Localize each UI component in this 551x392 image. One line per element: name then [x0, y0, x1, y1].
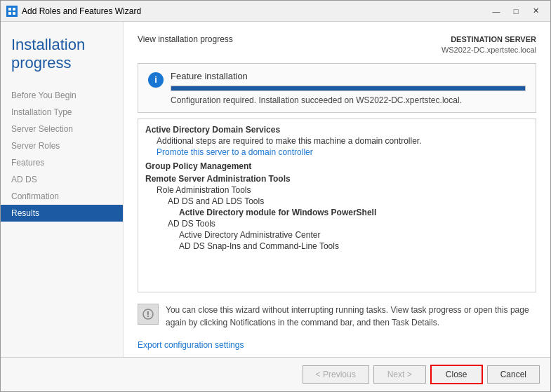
section-title: View installation progress: [138, 34, 233, 44]
result-item-1: Additional steps are required to make th…: [145, 136, 529, 146]
progress-bar-inner: [171, 86, 525, 90]
sidebar-item-results: Results: [1, 205, 123, 222]
progress-label: Feature installation: [171, 71, 526, 81]
wizard-window: Add Roles and Features Wizard — □ ✕ Inst…: [0, 0, 551, 392]
result-item-4: Remote Server Administration Tools: [145, 174, 529, 184]
svg-rect-0: [8, 8, 11, 11]
sidebar-item-confirmation: Confirmation: [1, 188, 123, 205]
result-item-3: Group Policy Management: [145, 161, 529, 171]
content-area: Installation progress Before You Begin I…: [1, 22, 550, 357]
progress-status: Configuration required. Installation suc…: [171, 95, 526, 105]
notice-text: You can close this wizard without interr…: [166, 304, 536, 329]
result-item-10: AD DS Snap-Ins and Command-Line Tools: [145, 241, 529, 251]
sidebar-item-ad-ds: AD DS: [1, 171, 123, 188]
sidebar-item-installation-type: Installation Type: [1, 104, 123, 121]
dest-server-label: DESTINATION SERVER: [442, 34, 536, 45]
dest-server-name: WS2022-DC.xpertstec.local: [442, 46, 536, 54]
sidebar: Installation progress Before You Begin I…: [1, 22, 124, 357]
result-item-6: AD DS and AD LDS Tools: [145, 196, 529, 206]
svg-text:!: !: [147, 311, 149, 318]
progress-content: Feature installation Configuration requi…: [171, 71, 526, 105]
progress-box: i Feature installation Configuration req…: [138, 63, 536, 113]
notice-icon: !: [138, 304, 159, 325]
window-controls: — □ ✕: [487, 4, 545, 18]
cancel-button[interactable]: Cancel: [487, 365, 540, 384]
sidebar-item-server-selection: Server Selection: [1, 121, 123, 137]
result-item-8: AD DS Tools: [145, 219, 529, 229]
promote-link[interactable]: Promote this server to a domain controll…: [157, 147, 313, 157]
footer: < Previous Next > Close Cancel: [1, 357, 550, 391]
svg-rect-2: [8, 12, 11, 15]
dest-server-info: DESTINATION SERVER WS2022-DC.xpertstec.l…: [442, 34, 536, 56]
main-content: View installation progress DESTINATION S…: [124, 22, 550, 357]
sidebar-item-before-you-begin: Before You Begin: [1, 87, 123, 104]
window-icon: [6, 6, 18, 17]
result-item-2: Promote this server to a domain controll…: [145, 147, 529, 157]
result-item-7: Active Directory module for Windows Powe…: [145, 208, 529, 217]
result-item-9: Active Directory Administrative Center: [145, 230, 529, 240]
maximize-button[interactable]: □: [507, 4, 525, 18]
result-item-5: Role Administration Tools: [145, 185, 529, 195]
window-title: Add Roles and Features Wizard: [22, 6, 487, 16]
sidebar-item-server-roles: Server Roles: [1, 137, 123, 154]
close-button[interactable]: Close: [430, 365, 483, 384]
next-button[interactable]: Next >: [373, 365, 426, 384]
svg-rect-1: [13, 8, 15, 11]
export-link[interactable]: Export configuration settings: [138, 340, 536, 350]
result-item-0: Active Directory Domain Services: [145, 125, 529, 135]
window-close-button[interactable]: ✕: [526, 4, 545, 18]
sidebar-item-features: Features: [1, 154, 123, 171]
info-icon: i: [148, 72, 164, 88]
sidebar-heading: Installation progress: [1, 29, 123, 87]
previous-button[interactable]: < Previous: [303, 365, 369, 384]
minimize-button[interactable]: —: [487, 4, 505, 18]
notice-box: ! You can close this wizard without inte…: [138, 299, 536, 333]
svg-rect-3: [13, 12, 15, 15]
progress-bar-outer: [171, 86, 526, 91]
results-box[interactable]: Active Directory Domain Services Additio…: [138, 119, 536, 292]
titlebar: Add Roles and Features Wizard — □ ✕: [1, 1, 550, 22]
